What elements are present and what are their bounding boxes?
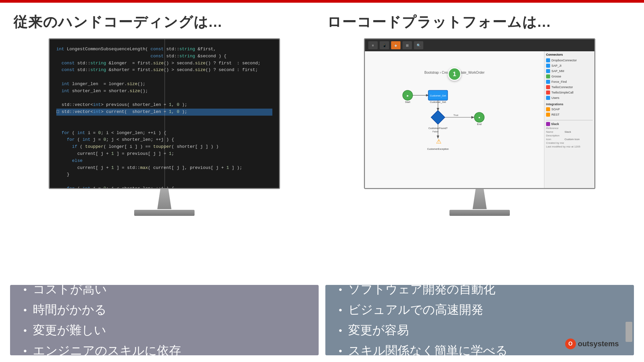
sidebar-item-user[interactable]: Users (546, 95, 593, 101)
sapji-icon (546, 64, 550, 68)
sapji-label: SAP_JI (551, 64, 561, 67)
selected-item-header: Slack (546, 122, 593, 126)
monitor-stand-left (154, 189, 174, 209)
svg-text:⚠: ⚠ (436, 138, 441, 145)
main-content: 従来のハンドコーディングは... ローコードプラットフォームは... int L… (0, 3, 644, 362)
panel-left-item-4: • エンジニアのスキルに依存 (23, 343, 305, 359)
sidebar-item-rest[interactable]: REST (546, 112, 593, 117)
monitor-left: int LongestCommonSubsequenceLength( cons… (10, 38, 319, 285)
selected-item-type: Reference (546, 127, 593, 130)
lowcode-screen: ≡ 📱 ◆ ⊞ 🔍 1 (364, 38, 595, 189)
toolbar-icon-logic[interactable]: ◆ (391, 41, 400, 49)
bullet-r3: • (339, 325, 342, 336)
toolbar-icon-data[interactable]: ⊞ (402, 41, 412, 49)
monitors-row: int LongestCommonSubsequenceLength( cons… (0, 38, 644, 285)
sidebar-item-force-find[interactable]: Force_Find (546, 79, 593, 84)
panel-left-item-3: • 変更が難しい (23, 322, 305, 339)
sidebar-title: Connectors (546, 53, 593, 56)
bullet-3: • (23, 325, 27, 336)
panel-left-item-2: • 時間がかかる (23, 302, 305, 318)
property-name-value: Slack (565, 130, 571, 133)
svg-text:End: End (477, 123, 481, 126)
panel-left: • コストが高い • 時間がかかる • 変更が難しい • エンジニアのスキルに依… (10, 285, 319, 355)
code-screen: int LongestCommonSubsequenceLength( cons… (49, 38, 280, 189)
os-main-area: 1 Bootstrap › CreateOrUpdate_WorkOrder ▶… (365, 51, 594, 188)
svg-text:True: True (453, 114, 459, 117)
user-label: Users (551, 96, 559, 100)
panel-right-text-4: スキル関係なく簡単に学べる (348, 343, 508, 359)
panel-right-text-2: ビジュアルでの高速開発 (348, 302, 483, 318)
panel-left-text-2: 時間がかかる (33, 302, 107, 318)
monitor-stand-right (470, 189, 490, 209)
heading-right: ローコードプラットフォームは... (317, 13, 631, 32)
property-modified: Last modified by miz at 1205 (546, 145, 593, 148)
os-toolbar: ≡ 📱 ◆ ⊞ 🔍 (365, 39, 594, 51)
twilio-call-label: TwilioSimpleCall (551, 91, 574, 94)
dropbox-icon (546, 58, 550, 62)
integrations-title: Integrations (546, 103, 593, 106)
selected-item-name: Slack (551, 122, 559, 126)
sidebar-item-twilio-call[interactable]: TwilioSimpleCall (546, 90, 593, 95)
sapmm-label: SAP_MM (551, 69, 564, 73)
grosse-label: Grosse (551, 75, 561, 78)
flow-diagram: ▶ Start Customer_Get Customer_Get (368, 79, 541, 156)
panel-right-item-2: • ビジュアルでの高速開発 (339, 302, 621, 318)
os-sidebar: Connectors DropboxConnector SAP_JI (544, 51, 594, 188)
sidebar-item-sap-ji[interactable]: SAP_JI (546, 63, 593, 68)
soap-icon (546, 107, 550, 111)
panel-right: • ソフトウェア開発の自動化 • ビジュアルでの高速開発 • 変更が容易 • ス… (325, 285, 634, 355)
panel-right-item-3: • 変更が容易 (339, 322, 621, 339)
toolbar-icons: ≡ 📱 ◆ ⊞ 🔍 (368, 41, 423, 49)
bullet-4: • (23, 346, 27, 356)
panel-left-text-4: エンジニアのスキルに依存 (33, 343, 181, 359)
panel-right-item-1: • ソフトウェア開発の自動化 (339, 281, 621, 298)
outsystems-ui: ≡ 📱 ◆ ⊞ 🔍 1 (365, 39, 594, 188)
toolbar-icon-search[interactable]: 🔍 (414, 41, 423, 49)
selected-item-icon (546, 122, 550, 126)
toolbar-icon-processes[interactable]: ≡ (368, 41, 378, 49)
headings-row: 従来のハンドコーディングは... ローコードプラットフォームは... (0, 3, 644, 38)
os-step-badge: 1 (448, 67, 461, 81)
bullet-r4: • (339, 346, 342, 356)
panel-left-text-3: 変更が難しい (33, 322, 106, 339)
os-canvas: 1 Bootstrap › CreateOrUpdate_WorkOrder ▶… (365, 51, 544, 188)
svg-text:Start: Start (405, 101, 411, 104)
svg-marker-8 (431, 110, 445, 124)
twilio-call-icon (546, 90, 550, 95)
heading-left: 従来のハンドコーディングは... (13, 13, 317, 32)
monitor-base-right (449, 210, 510, 216)
svg-text:False: False (432, 130, 438, 133)
property-name: Name Slack (546, 130, 593, 133)
panel-left-text-1: コストが高い (33, 281, 107, 298)
toolbar-icon-interface[interactable]: 📱 (380, 41, 389, 49)
sidebar-item-dropbox[interactable]: DropboxConnector (546, 58, 593, 63)
outsystems-logo-icon: O (565, 339, 576, 349)
outsystems-logo-text: outsystems (578, 340, 619, 348)
user-icon (546, 96, 550, 100)
rest-label: REST (551, 113, 559, 116)
bullet-r1: • (339, 284, 342, 295)
property-icon-value: Custom Icon (565, 138, 580, 141)
panel-left-item-1: • コストが高い (23, 281, 305, 298)
sidebar-item-twilio[interactable]: TwilioConnector (546, 84, 593, 90)
bullet-2: • (23, 305, 27, 315)
sidebar-item-sap-mm[interactable]: SAP_MM (546, 68, 593, 74)
svg-text:CustomerException: CustomerException (427, 147, 449, 150)
top-bar (0, 0, 644, 3)
rest-icon (546, 113, 550, 117)
selected-item-panel: Slack Reference Name Slack Description (546, 120, 593, 148)
twilio-label: TwilioConnector (551, 85, 573, 89)
dropbox-label: DropboxConnector (551, 59, 577, 62)
bullet-1: • (23, 284, 27, 295)
sapmm-icon (546, 69, 550, 73)
sidebar-item-soap[interactable]: SOAP (546, 107, 593, 112)
svg-text:Customer_Get: Customer_Get (430, 94, 446, 97)
outsystems-logo: O outsystems (565, 339, 619, 349)
scrollbar-thumb[interactable] (626, 322, 632, 342)
twilio-icon (546, 85, 550, 89)
property-created: Created by miz (546, 141, 593, 144)
monitor-base-left (134, 210, 195, 216)
force-icon (546, 80, 550, 84)
sidebar-item-grosse[interactable]: Grosse (546, 74, 593, 79)
force-label: Force_Find (551, 80, 567, 83)
